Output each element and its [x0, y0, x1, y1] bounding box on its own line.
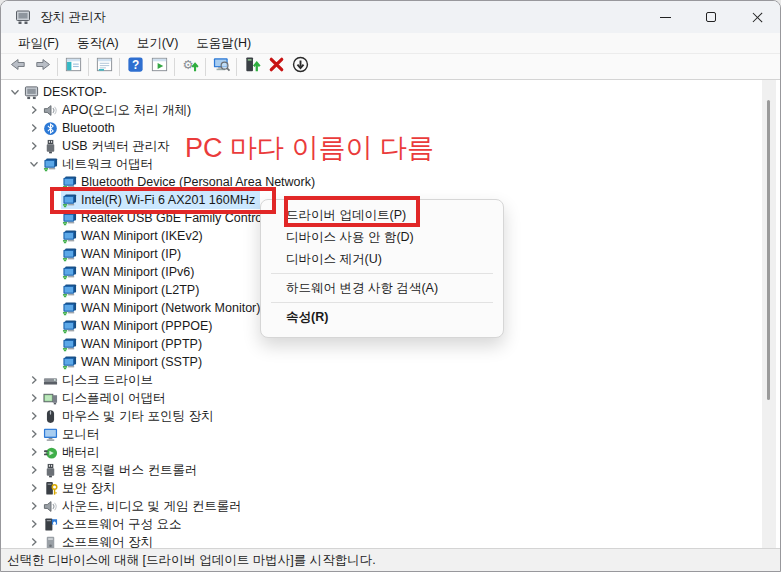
tree-item-body[interactable]: WAN Miniport (Network Monitor): [61, 299, 263, 317]
chevron-right-icon[interactable]: [26, 372, 42, 388]
tree-item-body[interactable]: Bluetooth: [42, 119, 118, 137]
tree-item-body[interactable]: 배터리: [42, 443, 103, 461]
context-menu-item-disable-device[interactable]: 디바이스 사용 안 함(D): [261, 226, 503, 248]
tree-item-body[interactable]: 사운드, 비디오 및 게임 컨트롤러: [42, 497, 245, 515]
tree-item-body[interactable]: WAN Miniport (L2TP): [61, 281, 202, 299]
tree-item-body[interactable]: 디스크 드라이브: [42, 371, 156, 389]
circle-down-arrow-icon: [291, 55, 310, 78]
chevron-right-icon[interactable]: [26, 102, 42, 118]
chevron-spacer: [45, 318, 61, 334]
tree-item-body[interactable]: APO(오디오 처리 개체): [42, 101, 194, 119]
chevron-right-icon[interactable]: [26, 462, 42, 478]
chevron-down-icon[interactable]: [26, 156, 42, 172]
window-sidebar-icon: [64, 55, 83, 78]
help-button[interactable]: ?: [123, 56, 147, 78]
tree-item-body[interactable]: 네트워크 어댑터: [42, 155, 156, 173]
chevron-right-icon[interactable]: [26, 516, 42, 532]
tree-item-body[interactable]: WAN Miniport (PPPOE): [61, 317, 216, 335]
tree-item-label: USB 커넥터 관리자: [62, 138, 170, 155]
tree-item-software-devices[interactable]: 소프트웨어 장치: [1, 533, 780, 548]
chevron-right-icon[interactable]: [26, 534, 42, 548]
tree-item-body[interactable]: 마우스 및 기타 포인팅 장치: [42, 407, 216, 425]
tree-item-label: 마우스 및 기타 포인팅 장치: [62, 408, 213, 425]
toolbar-separator: [236, 58, 237, 76]
tree-item-batteries[interactable]: 배터리: [1, 443, 780, 461]
back-button[interactable]: [6, 56, 30, 78]
tree-item-disk-drives[interactable]: 디스크 드라이브: [1, 371, 780, 389]
menu-help[interactable]: 도움말(H): [187, 33, 260, 54]
tree-item-body[interactable]: 범용 직렬 버스 컨트롤러: [42, 461, 200, 479]
chevron-down-icon[interactable]: [7, 84, 23, 100]
tree-item-monitors[interactable]: 모니터: [1, 425, 780, 443]
tree-item-apo[interactable]: APO(오디오 처리 개체): [1, 101, 780, 119]
minimize-icon: [660, 17, 671, 18]
properties-button[interactable]: [92, 56, 116, 78]
context-menu-item-uninstall-device[interactable]: 디바이스 제거(U): [261, 248, 503, 270]
tree-item-wan-sstp[interactable]: WAN Miniport (SSTP): [1, 353, 780, 371]
tree-item-body[interactable]: WAN Miniport (SSTP): [61, 353, 205, 371]
tree-item-body[interactable]: 모니터: [42, 425, 103, 443]
monitor-icon: [42, 426, 59, 442]
tree-item-body[interactable]: WAN Miniport (IP): [61, 245, 184, 263]
tree-item-label: WAN Miniport (IP): [81, 247, 181, 261]
close-button[interactable]: [734, 1, 780, 33]
scrollbar-thumb[interactable]: [767, 100, 770, 400]
tree-item-body[interactable]: USB 커넥터 관리자: [42, 137, 173, 155]
action-pane-button[interactable]: [147, 56, 171, 78]
titlebar: 장치 관리자: [1, 1, 780, 33]
menu-view[interactable]: 보기(V): [128, 33, 188, 54]
chevron-right-icon[interactable]: [26, 498, 42, 514]
minimize-button[interactable]: [642, 1, 688, 33]
toolbar-separator: [119, 58, 120, 76]
bluetooth-icon: [42, 120, 59, 136]
tree-item-desktop-root[interactable]: DESKTOP-: [1, 83, 780, 101]
context-menu-separator: [271, 273, 493, 274]
tree-item-body[interactable]: DESKTOP-: [23, 83, 110, 101]
tree-item-software-components[interactable]: 소프트웨어 구성 요소: [1, 515, 780, 533]
tree-item-sound-controllers[interactable]: 사운드, 비디오 및 게임 컨트롤러: [1, 497, 780, 515]
toolbar-separator: [88, 58, 89, 76]
menu-file[interactable]: 파일(F): [9, 33, 68, 54]
chevron-right-icon[interactable]: [26, 390, 42, 406]
chevron-right-icon[interactable]: [26, 480, 42, 496]
window-play-icon: [150, 55, 169, 78]
tree-item-body[interactable]: WAN Miniport (IPv6): [61, 263, 197, 281]
maximize-button[interactable]: [688, 1, 734, 33]
display-adapter-icon: [42, 390, 59, 406]
chevron-right-icon[interactable]: [26, 444, 42, 460]
chevron-right-icon[interactable]: [26, 426, 42, 442]
context-menu-item-scan-hardware-changes[interactable]: 하드웨어 변경 사항 검색(A): [261, 277, 503, 299]
chevron-right-icon[interactable]: [26, 138, 42, 154]
tree-item-security-devices[interactable]: 보안 장치: [1, 479, 780, 497]
update-driver-button[interactable]: [240, 56, 264, 78]
tree-item-display-adapters[interactable]: 디스플레이 어댑터: [1, 389, 780, 407]
disable-device-button[interactable]: [288, 56, 312, 78]
tree-item-label: 소프트웨어 장치: [62, 534, 153, 549]
chevron-right-icon[interactable]: [26, 408, 42, 424]
chevron-right-icon[interactable]: [26, 120, 42, 136]
forward-button[interactable]: [30, 56, 54, 78]
tree-item-body[interactable]: 소프트웨어 구성 요소: [42, 515, 184, 533]
menu-action[interactable]: 동작(A): [68, 33, 128, 54]
network-adapter-icon: [61, 336, 78, 352]
tree-item-body[interactable]: 소프트웨어 장치: [42, 533, 156, 548]
red-highlight-box-menu-item: [284, 196, 420, 227]
tree-item-body[interactable]: 디스플레이 어댑터: [42, 389, 168, 407]
tree-item-label: 배터리: [62, 444, 100, 461]
tree-item-body[interactable]: 보안 장치: [42, 479, 118, 497]
scan-hardware-button[interactable]: ⚙: [178, 56, 202, 78]
svg-text:⚙: ⚙: [182, 58, 193, 72]
properties-window-icon: [95, 55, 114, 78]
show-console-tree-button[interactable]: [61, 56, 85, 78]
uninstall-device-button[interactable]: [264, 56, 288, 78]
tree-item-mice[interactable]: 마우스 및 기타 포인팅 장치: [1, 407, 780, 425]
context-menu-item-properties[interactable]: 속성(R): [261, 306, 503, 328]
tree-item-body[interactable]: WAN Miniport (PPTP): [61, 335, 205, 353]
tree-item-label: APO(오디오 처리 개체): [62, 102, 191, 119]
toolbar: ?⚙: [1, 54, 780, 80]
svg-text:?: ?: [131, 58, 138, 72]
network-adapter-icon: [61, 318, 78, 334]
tree-item-body[interactable]: WAN Miniport (IKEv2): [61, 227, 206, 245]
tree-item-usb-controllers[interactable]: 범용 직렬 버스 컨트롤러: [1, 461, 780, 479]
remote-computer-button[interactable]: [209, 56, 233, 78]
